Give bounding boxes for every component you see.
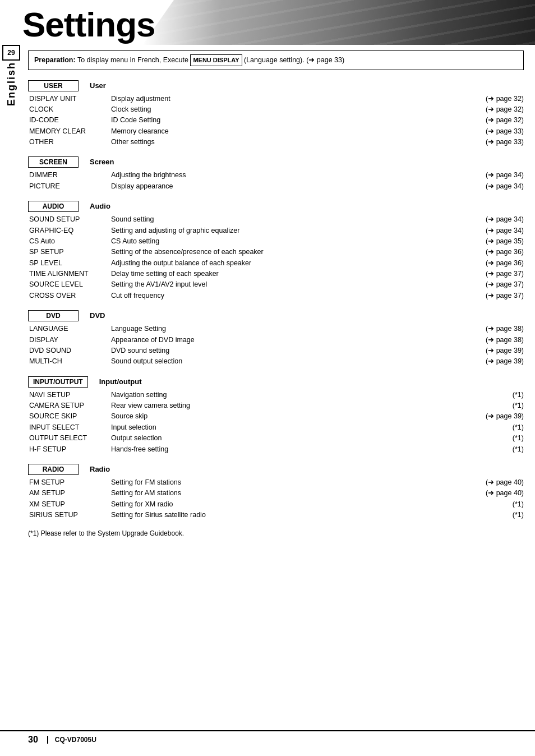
setting-code: SOURCE SKIP: [28, 411, 111, 422]
section-user: USERUserDISPLAY UNITDisplay adjustment(➜…: [28, 80, 524, 148]
table-row: DIMMERAdjusting the brightness(➜ page 34…: [28, 170, 524, 181]
setting-desc: Appearance of DVD image: [111, 335, 468, 345]
setting-code: MEMORY CLEAR: [28, 126, 111, 137]
prep-bold: Preparation:: [34, 56, 76, 64]
setting-code: CS Auto: [28, 236, 111, 247]
table-row: FM SETUPSetting for FM stations(➜ page 4…: [28, 477, 524, 488]
table-row: OUTPUT SELECTOutput selection(*1): [28, 433, 524, 444]
table-row: INPUT SELECTInput selection(*1): [28, 422, 524, 433]
table-row: H-F SETUPHands-free setting(*1): [28, 444, 524, 455]
section-input-output: INPUT/OUTPUTInput/outputNAVI SETUPNaviga…: [28, 376, 524, 455]
setting-desc: Sound setting: [111, 214, 468, 225]
setting-code: SP LEVEL: [28, 258, 111, 269]
table-row: ID-CODEID Code Setting(➜ page 32): [28, 115, 524, 126]
setting-desc: Delay time setting of each speaker: [111, 269, 468, 279]
footnote: (*1) Please refer to the System Upgrade …: [28, 529, 524, 537]
setting-code: DISPLAY: [28, 335, 111, 345]
section-header: USERUser: [28, 80, 524, 91]
prep-page: page 33): [315, 56, 344, 64]
table-row: DVD SOUNDDVD sound setting(➜ page 39): [28, 345, 524, 356]
setting-code: DIMMER: [28, 170, 111, 181]
table-row: SP LEVELAdjusting the output balance of …: [28, 258, 524, 269]
setting-page: (➜ page 32): [468, 94, 524, 104]
page-number-box: 29: [2, 45, 20, 61]
prep-text2: (Language setting). (: [242, 56, 309, 64]
setting-page: (*1): [468, 510, 524, 520]
setting-page: (➜ page 34): [468, 214, 524, 225]
section-title: Radio: [90, 464, 110, 473]
setting-page: (➜ page 36): [468, 258, 524, 269]
table-row: DISPLAY UNITDisplay adjustment(➜ page 32…: [28, 94, 524, 104]
setting-page: (➜ page 40): [468, 477, 524, 488]
setting-code: SP SETUP: [28, 247, 111, 257]
menu-display-box: MENU DISPLAY: [190, 54, 242, 66]
setting-desc: Display appearance: [111, 181, 468, 192]
prep-text: To display menu in French, Execute: [76, 56, 191, 64]
setting-desc: Output selection: [111, 433, 468, 444]
section-title: Input/output: [99, 376, 142, 386]
setting-code: MULTI-CH: [28, 356, 111, 367]
setting-rows: DISPLAY UNITDisplay adjustment(➜ page 32…: [28, 94, 524, 148]
table-row: MULTI-CHSound output selection(➜ page 39…: [28, 356, 524, 367]
setting-code: DVD SOUND: [28, 345, 111, 356]
setting-page: (➜ page 37): [468, 269, 524, 279]
setting-page: (➜ page 36): [468, 247, 524, 257]
section-tag: SCREEN: [28, 156, 79, 168]
section-screen: SCREENScreenDIMMERAdjusting the brightne…: [28, 156, 524, 192]
setting-page: (➜ page 34): [468, 170, 524, 181]
setting-page: (➜ page 39): [468, 345, 524, 356]
setting-desc: Clock setting: [111, 104, 468, 115]
setting-code: CROSS OVER: [28, 291, 111, 301]
setting-desc: Setting for XM radio: [111, 499, 468, 510]
setting-code: DISPLAY UNIT: [28, 94, 111, 104]
setting-page: (*1): [468, 444, 524, 455]
setting-desc: Setting for FM stations: [111, 477, 468, 488]
setting-code: CAMERA SETUP: [28, 400, 111, 411]
setting-code: SOURCE LEVEL: [28, 279, 111, 290]
setting-code: NAVI SETUP: [28, 390, 111, 400]
section-header: INPUT/OUTPUTInput/output: [28, 376, 524, 388]
setting-rows: DIMMERAdjusting the brightness(➜ page 34…: [28, 170, 524, 192]
setting-page: (➜ page 32): [468, 115, 524, 126]
setting-code: FM SETUP: [28, 477, 111, 488]
table-row: CS AutoCS Auto setting(➜ page 35): [28, 236, 524, 247]
section-tag: AUDIO: [28, 201, 79, 212]
setting-desc: ID Code Setting: [111, 115, 468, 126]
table-row: GRAPHIC-EQSetting and adjusting of graph…: [28, 225, 524, 236]
sections-container: USERUserDISPLAY UNITDisplay adjustment(➜…: [28, 80, 524, 521]
section-header: DVDDVD: [28, 310, 524, 321]
section-tag: RADIO: [28, 464, 79, 475]
prep-arrow: ➜: [308, 56, 315, 64]
table-row: SOURCE LEVELSetting the AV1/AV2 input le…: [28, 279, 524, 290]
preparation-bar: Preparation: To display menu in French, …: [28, 50, 524, 70]
table-row: PICTUREDisplay appearance(➜ page 34): [28, 181, 524, 192]
section-audio: AUDIOAudioSOUND SETUPSound setting(➜ pag…: [28, 201, 524, 301]
setting-page: (*1): [468, 390, 524, 400]
setting-page: (➜ page 40): [468, 488, 524, 499]
setting-page: (➜ page 37): [468, 279, 524, 290]
setting-desc: Adjusting the brightness: [111, 170, 468, 181]
setting-page: (➜ page 38): [468, 335, 524, 345]
setting-code: AM SETUP: [28, 488, 111, 499]
section-title: DVD: [90, 310, 105, 320]
setting-desc: Sound output selection: [111, 356, 468, 367]
setting-rows: FM SETUPSetting for FM stations(➜ page 4…: [28, 477, 524, 521]
setting-page: (➜ page 32): [468, 104, 524, 115]
setting-code: SOUND SETUP: [28, 214, 111, 225]
setting-page: (*1): [468, 433, 524, 444]
table-row: CAMERA SETUPRear view camera setting(*1): [28, 400, 524, 411]
table-row: SOURCE SKIPSource skip(➜ page 39): [28, 411, 524, 422]
setting-page: (➜ page 34): [468, 225, 524, 236]
setting-desc: Setting the AV1/AV2 input level: [111, 279, 468, 290]
setting-code: XM SETUP: [28, 499, 111, 510]
section-tag: INPUT/OUTPUT: [28, 376, 88, 388]
section-title: Audio: [90, 201, 110, 210]
footer-model: CQ-VD7005U: [47, 736, 96, 744]
setting-rows: NAVI SETUPNavigation setting(*1)CAMERA S…: [28, 390, 524, 455]
table-row: CROSS OVERCut off frequency(➜ page 37): [28, 291, 524, 301]
setting-desc: CS Auto setting: [111, 236, 468, 247]
page-header: Settings: [0, 0, 535, 45]
sidebar-label: English: [6, 62, 17, 106]
setting-desc: Input selection: [111, 422, 468, 433]
sidebar: English: [0, 45, 22, 756]
